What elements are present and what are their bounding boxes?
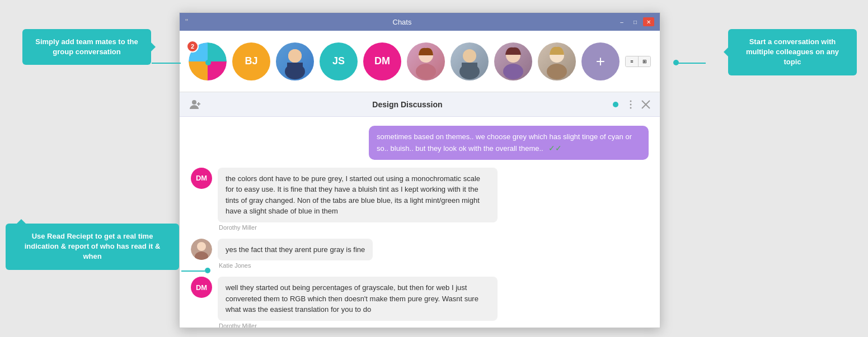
svg-point-6 xyxy=(416,64,436,79)
avatar-js[interactable]: JS xyxy=(320,42,358,80)
msg-avatar-katie-1 xyxy=(191,239,212,260)
view-toggle-group: ≡ ⊞ xyxy=(625,56,651,67)
avatar-photo-2[interactable] xyxy=(407,42,445,80)
svg-rect-9 xyxy=(462,63,477,73)
avatar-photo-4[interactable] xyxy=(494,42,532,80)
message-bubble-2: the colors dont have to be pure grey, I … xyxy=(218,168,498,222)
message-content-3: yes the fact that they arent pure gray i… xyxy=(218,239,373,269)
avatar-bj[interactable]: BJ xyxy=(232,42,270,80)
person-silhouette-3 xyxy=(451,42,489,80)
msg-sender-2: Dorothy Miller xyxy=(218,224,498,231)
tooltip-bottom-left: Use Read Reciept to get a real time indi… xyxy=(6,224,179,270)
avatar-dm[interactable]: DM xyxy=(363,42,401,80)
message-row-4: DM well they started out being percentag… xyxy=(191,277,649,327)
read-tick-1: ✓✓ xyxy=(548,144,562,153)
svg-point-11 xyxy=(503,64,523,79)
message-content-1: sometimes based on themes.. we choose gr… xyxy=(369,126,649,160)
minimize-button[interactable]: – xyxy=(616,17,627,26)
chat-window: " Chats – □ ✕ 2 BJ xyxy=(179,12,660,328)
close-chat-icon[interactable] xyxy=(641,99,651,110)
add-person-icon[interactable] xyxy=(189,98,202,111)
title-bar-icon: " xyxy=(185,17,188,26)
svg-point-7 xyxy=(463,49,476,63)
chat-header: Design Discussion xyxy=(180,92,660,117)
svg-point-23 xyxy=(197,242,206,251)
msg-sender-4: Dorothy Miller xyxy=(218,322,498,328)
person-silhouette-5 xyxy=(538,42,576,80)
list-view-button[interactable]: ≡ xyxy=(626,56,638,67)
avatar-badge: 2 xyxy=(186,40,199,53)
message-row-2: DM the colors dont have to be pure grey,… xyxy=(191,168,649,231)
message-row-3: yes the fact that they arent pure gray i… xyxy=(191,239,649,269)
katie-avatar-svg-1 xyxy=(191,239,212,260)
msg-avatar-dm-1: DM xyxy=(191,168,212,189)
person-silhouette-4 xyxy=(494,42,532,80)
connector-line-top-right xyxy=(677,63,706,64)
message-content-4: well they started out being percentages … xyxy=(218,277,498,327)
message-bubble-1: sometimes based on themes.. we choose gr… xyxy=(369,126,649,160)
connector-dot-top-right xyxy=(673,60,679,65)
chat-header-actions xyxy=(613,99,651,110)
message-bubble-4: well they started out being percentages … xyxy=(218,277,498,321)
connector-dot-top-left xyxy=(205,60,211,65)
grid-view-button[interactable]: ⊞ xyxy=(638,56,650,67)
connector-dot-bottom-left xyxy=(205,268,210,273)
svg-point-19 xyxy=(630,107,632,108)
person-silhouette-2 xyxy=(407,42,445,80)
person-silhouette-1 xyxy=(276,42,314,80)
msg-avatar-dm-2: DM xyxy=(191,277,212,298)
maximize-button[interactable]: □ xyxy=(630,17,641,26)
connector-line-bottom-left xyxy=(181,270,205,272)
avatar-photo-1[interactable] xyxy=(276,42,314,80)
avatar-bar: 2 BJ JS DM xyxy=(180,31,660,92)
avatar-photo-5[interactable] xyxy=(538,42,576,80)
tooltip-top-right: Start a conversation with multiple colle… xyxy=(728,29,857,75)
add-avatar-button[interactable]: + xyxy=(581,42,620,80)
close-button[interactable]: ✕ xyxy=(643,17,654,26)
window-controls: – □ ✕ xyxy=(616,17,654,26)
tooltip-top-left: Simply add team mates to the group conve… xyxy=(22,29,151,65)
message-row-1: sometimes based on themes.. we choose gr… xyxy=(191,126,649,160)
title-bar: " Chats – □ ✕ xyxy=(180,13,660,31)
msg-sender-3: Katie Jones xyxy=(218,262,373,269)
svg-point-17 xyxy=(630,100,632,102)
connector-line-top-left xyxy=(152,63,181,64)
svg-point-4 xyxy=(288,49,302,63)
svg-rect-3 xyxy=(287,63,303,74)
message-content-2: the colors dont have to be pure grey, I … xyxy=(218,168,498,231)
message-bubble-3: yes the fact that they arent pure gray i… xyxy=(218,239,373,261)
status-dot xyxy=(613,102,618,107)
window-title: Chats xyxy=(393,18,412,26)
svg-point-18 xyxy=(630,103,632,105)
svg-point-13 xyxy=(547,64,567,79)
chat-title: Design Discussion xyxy=(202,100,613,109)
svg-point-14 xyxy=(192,100,196,105)
add-person-icon-wrap xyxy=(189,98,202,111)
avatar-photo-3[interactable] xyxy=(451,42,489,80)
messages-area: sometimes based on themes.. we choose gr… xyxy=(180,117,660,327)
menu-dots-icon[interactable] xyxy=(625,99,636,110)
